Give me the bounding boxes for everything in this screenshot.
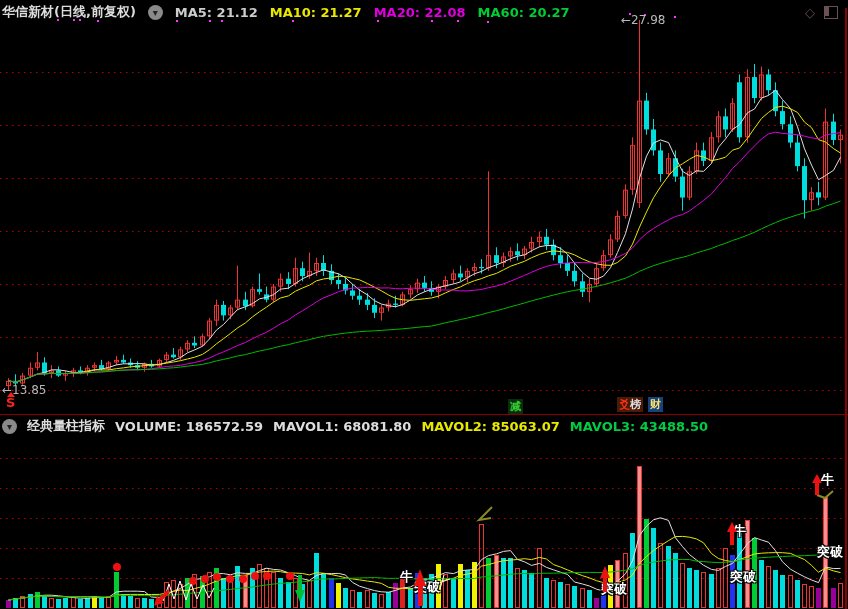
stock-title[interactable]: 华信新材(日线,前复权) xyxy=(2,3,136,21)
chart-canvas[interactable] xyxy=(0,0,848,609)
buy-signal-arrow xyxy=(414,569,426,606)
down-signal-arrow xyxy=(295,575,305,602)
panel-icon[interactable] xyxy=(824,6,838,19)
bull-label: 牛 xyxy=(400,570,413,583)
top-bar: 华信新材(日线,前复权) ▾ MA5: 21.12 MA10: 21.27 MA… xyxy=(2,3,570,21)
mavol1-readout: MAVOL1: 68081.80 xyxy=(273,419,411,434)
ma20-readout: MA20: 22.08 xyxy=(374,5,466,20)
ma10-readout: MA10: 21.27 xyxy=(270,5,362,20)
s-point-marker: S xyxy=(6,392,15,407)
indicator-name[interactable]: 经典量柱指标 xyxy=(27,417,105,435)
bull-label: 牛 xyxy=(821,473,834,486)
badge-rank[interactable]: 爻榜 xyxy=(617,397,643,412)
mavol2-readout: MAVOL2: 85063.07 xyxy=(421,419,559,434)
volume-readout: VOLUME: 186572.59 xyxy=(115,419,263,434)
ma60-readout: MA60: 20.27 xyxy=(478,5,570,20)
buy-signal-arrow xyxy=(727,522,737,545)
ma5-readout: MA5: 21.12 xyxy=(175,5,258,20)
stock-app-window: 华信新材(日线,前复权) ▾ MA5: 21.12 MA10: 21.27 MA… xyxy=(0,0,848,609)
high-price-label: ←27.98 xyxy=(621,13,665,27)
buy-signal-arrow xyxy=(600,566,610,592)
breakout-label: 突破 xyxy=(817,545,843,558)
buy-signal-arrow xyxy=(812,474,822,495)
window-controls: ◇ xyxy=(805,6,838,19)
breakout-label: 突破 xyxy=(730,570,756,583)
badge-reduce[interactable]: 减 xyxy=(508,399,523,414)
diamond-icon[interactable]: ◇ xyxy=(805,6,815,19)
badge-finance[interactable]: 财 xyxy=(648,397,663,412)
chevron-down-icon[interactable]: ▾ xyxy=(148,5,163,20)
indicator-header: ▾ 经典量柱指标 VOLUME: 186572.59 MAVOL1: 68081… xyxy=(2,417,708,435)
rank-badge-icon: 爻 xyxy=(619,398,630,411)
chevron-down-icon[interactable]: ▾ xyxy=(2,419,17,434)
mavol3-readout: MAVOL3: 43488.50 xyxy=(570,419,708,434)
